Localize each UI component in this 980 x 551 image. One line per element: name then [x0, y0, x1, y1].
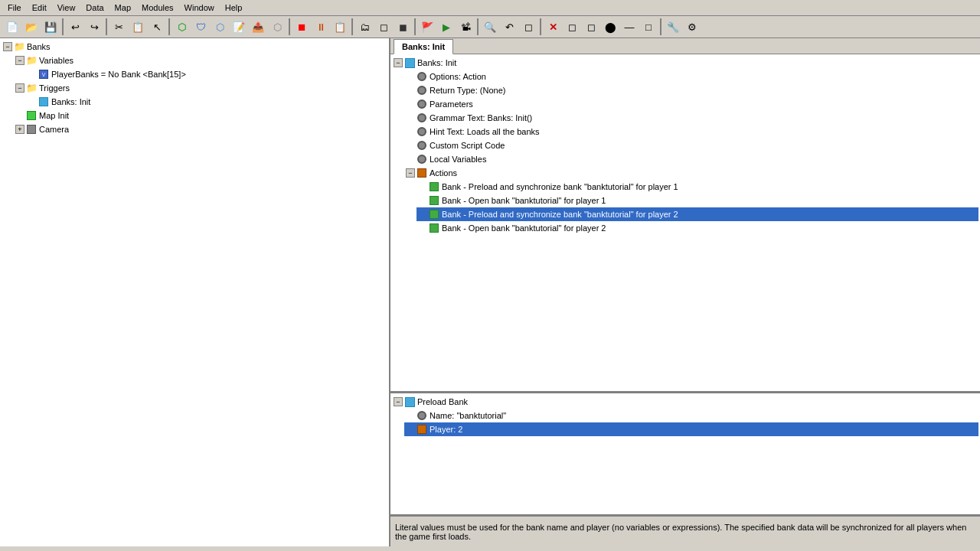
return-icon: [416, 85, 427, 96]
tool-14[interactable]: ◻: [563, 18, 581, 36]
open-button[interactable]: 📂: [22, 18, 41, 36]
stop-red-button[interactable]: ⏹: [292, 18, 311, 36]
hint-label: Hint Text: Loads all the banks: [430, 127, 540, 136]
tool-7[interactable]: 📋: [331, 18, 349, 36]
name-icon: [416, 410, 427, 421]
cut-button[interactable]: ✂: [109, 18, 128, 36]
rtree-action1[interactable]: Bank - Preload and synchronize bank "ban…: [416, 180, 978, 194]
tab-banks-init[interactable]: Banks: Init: [394, 39, 453, 54]
rtree-actions[interactable]: − Actions: [404, 166, 978, 180]
expand-variables[interactable]: −: [15, 56, 24, 65]
expand-triggers[interactable]: −: [15, 83, 24, 93]
lower-name[interactable]: Name: "banktutorial": [404, 409, 978, 422]
root-label: Banks: Init: [417, 58, 456, 67]
tool-19[interactable]: ⚙: [683, 18, 701, 36]
return-label: Return Type: (None): [430, 86, 505, 95]
circle-button[interactable]: ⬤: [601, 18, 619, 36]
menu-window[interactable]: Window: [180, 2, 219, 14]
expand-banks[interactable]: −: [3, 42, 12, 51]
film-button[interactable]: 📽: [456, 18, 475, 36]
folder-icon: 📁: [14, 41, 24, 52]
action2-icon: [429, 195, 439, 206]
rtree-options[interactable]: Options: Action: [404, 70, 978, 83]
tree-triggers[interactable]: − 📁 Triggers: [14, 81, 387, 95]
tool-12[interactable]: ↶: [500, 18, 518, 36]
menu-help[interactable]: Help: [220, 2, 247, 14]
expand-camera[interactable]: +: [15, 125, 24, 134]
tree-variables[interactable]: − 📁 Variables: [14, 54, 387, 67]
tool-15[interactable]: ◻: [582, 18, 600, 36]
tool-16[interactable]: —: [620, 18, 639, 36]
menu-modules[interactable]: Modules: [137, 2, 178, 14]
flag-button[interactable]: 🚩: [418, 18, 436, 36]
triggers-folder-icon: 📁: [26, 83, 37, 93]
menu-edit[interactable]: Edit: [28, 2, 51, 14]
stop2-button[interactable]: ⏸: [312, 18, 330, 36]
localvars-label: Local Variables: [430, 155, 486, 164]
tool-11[interactable]: 🔍: [481, 18, 499, 36]
tool-10[interactable]: ◼: [394, 18, 412, 36]
rtree-action3[interactable]: Bank - Preload and synchronize bank "ban…: [416, 207, 978, 221]
tool-5[interactable]: 📤: [249, 18, 267, 36]
new-button[interactable]: 📄: [3, 18, 21, 36]
rtree-hint[interactable]: Hint Text: Loads all the banks: [404, 125, 978, 139]
status-text: Literal values must be used for the bank…: [395, 523, 975, 541]
tree-camera[interactable]: + Camera: [14, 122, 387, 136]
undo-button[interactable]: ↩: [66, 18, 84, 36]
rtree-local-vars[interactable]: Local Variables: [404, 152, 978, 166]
content-split: − Banks: Init Options: Action: [390, 54, 980, 546]
tree-map-init[interactable]: Map Init: [14, 109, 387, 122]
tool-18[interactable]: 🔧: [664, 18, 682, 36]
expand-actions[interactable]: −: [406, 168, 415, 178]
expand-root[interactable]: −: [394, 58, 403, 67]
menu-file[interactable]: File: [3, 2, 26, 14]
lower-player[interactable]: Player: 2: [404, 422, 978, 436]
sep2: [106, 18, 107, 35]
tool-17[interactable]: □: [639, 18, 658, 36]
tool-2[interactable]: 🛡: [191, 18, 210, 36]
tree-banks-init[interactable]: Banks: Init: [26, 95, 387, 109]
tool-13[interactable]: ◻: [519, 18, 537, 36]
rtree-parameters[interactable]: Parameters: [404, 97, 978, 111]
rtree-custom-script[interactable]: Custom Script Code: [404, 139, 978, 152]
variables-folder-icon: 📁: [26, 55, 37, 66]
rtree-action4[interactable]: Bank - Open bank "banktutorial" for play…: [416, 221, 978, 235]
menu-map[interactable]: Map: [110, 2, 136, 14]
triggers-label: Triggers: [39, 83, 70, 93]
rtree-return-type[interactable]: Return Type: (None): [404, 83, 978, 97]
tool-3[interactable]: ⬡: [211, 18, 229, 36]
params-label: Parameters: [430, 99, 473, 109]
pointer-button[interactable]: ↖: [148, 18, 166, 36]
trigger-icon: [38, 96, 49, 107]
play-button[interactable]: ▶: [437, 18, 456, 36]
variable-icon: V: [38, 69, 49, 80]
menu-view[interactable]: View: [53, 2, 80, 14]
tool-6[interactable]: ⬡: [268, 18, 286, 36]
x-button[interactable]: ✕: [544, 18, 562, 36]
tree-banks[interactable]: − 📁 Banks: [2, 40, 387, 54]
tool-8[interactable]: 🗂: [355, 18, 374, 36]
expand-lower-root[interactable]: −: [394, 397, 403, 406]
right-panel: Banks: Init − Banks: Init: [390, 38, 980, 546]
redo-button[interactable]: ↪: [85, 18, 103, 36]
lower-root[interactable]: − Preload Bank: [392, 395, 978, 409]
tool-1[interactable]: ⬡: [172, 18, 191, 36]
root-icon: [404, 57, 415, 68]
rtree-root[interactable]: − Banks: Init: [392, 56, 978, 70]
menu-data[interactable]: Data: [81, 2, 108, 14]
rtree-action2[interactable]: Bank - Open bank "banktutorial" for play…: [416, 194, 978, 207]
copy-button[interactable]: 📋: [129, 18, 147, 36]
action1-icon: [429, 181, 439, 192]
tree-playerbanks[interactable]: V PlayerBanks = No Bank <Bank[15]>: [26, 67, 387, 81]
action3-label: Bank - Preload and synchronize bank "ban…: [442, 210, 678, 219]
save-button[interactable]: 💾: [41, 18, 60, 36]
actions-icon: [416, 168, 427, 178]
lower-content: − Preload Bank Name: "banktutorial": [390, 393, 980, 516]
camera-label: Camera: [39, 125, 69, 134]
menu-bar: File Edit View Data Map Modules Window H…: [0, 0, 980, 16]
sep4: [289, 18, 290, 35]
tool-4[interactable]: 📝: [230, 18, 248, 36]
rtree-grammar[interactable]: Grammar Text: Banks: Init(): [404, 111, 978, 125]
lower-root-label: Preload Bank: [417, 397, 468, 406]
tool-9[interactable]: ◻: [374, 18, 393, 36]
